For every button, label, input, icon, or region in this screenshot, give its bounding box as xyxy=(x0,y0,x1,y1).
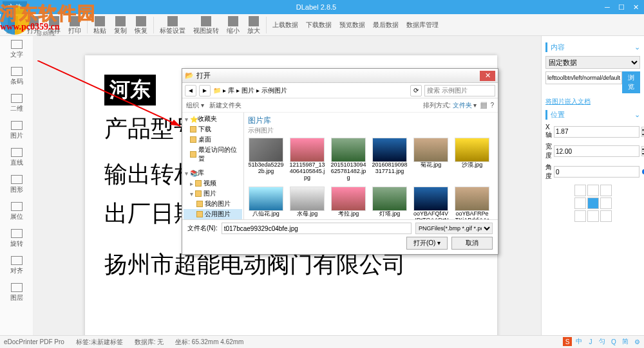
file-thumb xyxy=(331,187,366,211)
rp-w-label: 宽度 xyxy=(545,142,552,160)
tb-next-data[interactable]: 下载数据 xyxy=(302,21,336,30)
fd-filter-select[interactable]: PNGFiles(*.bmp *.gif *.pcx *.t xyxy=(415,223,493,234)
tool-rect[interactable]: 图形 xyxy=(0,171,33,198)
canvas-header-black[interactable]: 河东 xyxy=(104,75,156,105)
file-item[interactable]: 51b3eda52292b.jpg xyxy=(248,138,284,181)
statusbar: eDocPrinter PDF Pro 标签:未新建标签 数据库: 无 坐标: … xyxy=(0,335,644,348)
tool-grid[interactable]: 图层 xyxy=(0,279,33,306)
image-icon xyxy=(11,121,23,130)
file-thumb xyxy=(372,187,407,211)
tree-recent[interactable]: 最近访问的位置 xyxy=(184,145,242,164)
rp-w-spin[interactable]: ▴▾ xyxy=(641,146,644,156)
tb-restore[interactable]: 恢复 xyxy=(131,16,151,34)
rotate-tool-icon xyxy=(11,229,23,238)
rp-path-input[interactable] xyxy=(545,71,622,84)
tb-zoom-in[interactable]: 放大 xyxy=(243,16,264,34)
file-item[interactable]: 菊花.jpg xyxy=(413,138,449,181)
fd-lib-sub: 示例图片 xyxy=(248,126,494,135)
rp-angle-input[interactable] xyxy=(554,166,639,178)
rp-x-input[interactable] xyxy=(554,126,639,138)
fd-arrange-value[interactable]: 文件夹 xyxy=(453,102,472,109)
tb-download-data[interactable]: 预览数据 xyxy=(336,21,369,30)
tray-ime-icon[interactable]: S xyxy=(563,337,572,346)
tool-text[interactable]: 文字 xyxy=(0,36,33,63)
fd-titlebar[interactable]: 📂 打开 ✕ xyxy=(182,69,498,83)
tb-refresh-data[interactable]: 最后数据 xyxy=(369,21,402,30)
rp-angle-slider[interactable] xyxy=(641,167,644,177)
maximize-button[interactable]: ☐ xyxy=(616,2,627,12)
file-name: 八仙花.jpg xyxy=(252,211,279,217)
tool-rotate[interactable]: 旋转 xyxy=(0,225,33,252)
fd-close-button[interactable]: ✕ xyxy=(480,71,495,81)
fd-fwd-button[interactable]: ► xyxy=(199,85,211,96)
file-item[interactable]: 八仙花.jpg xyxy=(248,187,284,219)
rp-position-header[interactable]: 位置⌄ xyxy=(545,110,640,120)
file-item[interactable]: 沙漠.jpg xyxy=(454,138,490,181)
tb-view-rotate[interactable]: 视图旋转 xyxy=(189,16,223,34)
tree-pictures[interactable]: ▾图片 xyxy=(184,188,242,199)
rp-content-header[interactable]: 内容⌄ xyxy=(545,42,640,52)
fd-tree[interactable]: ▾⭐收藏夹 下载 桌面 最近访问的位置 ▾📚库 ▸视频 ▾图片 我的图片 公用图… xyxy=(182,113,244,219)
rp-datasource-select[interactable]: 固定数据 xyxy=(545,56,640,69)
tray-jian-icon[interactable]: 简 xyxy=(621,337,630,346)
file-item[interactable]: 20160819098317711.jpg xyxy=(372,138,408,181)
fd-filename-input[interactable] xyxy=(222,223,412,234)
tray-lang-icon[interactable]: 中 xyxy=(574,337,583,346)
fd-help-btn[interactable]: ? xyxy=(490,102,494,109)
tree-libraries[interactable]: ▾📚库 xyxy=(184,168,242,178)
file-thumb xyxy=(249,138,283,162)
rp-browse-btn[interactable]: 浏览 xyxy=(622,71,640,93)
fd-organize-btn[interactable]: 组织 xyxy=(186,102,199,109)
tree-desktop[interactable]: 桌面 xyxy=(184,134,242,145)
tray-punct-icon[interactable]: 匀 xyxy=(598,337,607,346)
tree-favorites[interactable]: ▾⭐收藏夹 xyxy=(184,114,242,124)
tb-label-setup[interactable]: 标签设置 xyxy=(156,16,189,34)
rp-w-input[interactable] xyxy=(554,145,639,157)
file-item[interactable]: ooYBAFQf4V-IPrTGAADrNxe_gLHoAAfwJ4As5qEk… xyxy=(413,187,449,219)
tool-line[interactable]: 直线 xyxy=(0,144,33,171)
anchor-center[interactable] xyxy=(587,197,599,209)
fd-view-btn[interactable]: ▦ xyxy=(480,102,487,109)
fd-open-button[interactable]: 打开(O) ▾ xyxy=(406,237,448,250)
tb-copy[interactable]: 复制 xyxy=(110,16,131,34)
rp-embed-link[interactable]: 将图片嵌入文档 xyxy=(545,98,591,105)
file-name: 沙漠.jpg xyxy=(462,162,483,169)
minimize-button[interactable]: ─ xyxy=(601,2,613,12)
rp-x-spin[interactable]: ▴▾ xyxy=(641,127,644,137)
fd-filelist[interactable]: 图片库 示例图片 51b3eda52292b.jpg12115987_13406… xyxy=(244,113,498,219)
tree-mypics[interactable]: 我的图片 xyxy=(184,199,242,209)
file-item[interactable]: 12115987_134064105845.jpg xyxy=(289,138,325,181)
fd-cancel-button[interactable]: 取消 xyxy=(451,237,493,250)
tray-q-icon[interactable]: Q xyxy=(609,337,618,346)
file-item[interactable]: 20151013094625781482.jpg xyxy=(330,138,366,181)
file-name: 12115987_134064105845.jpg xyxy=(289,162,325,181)
fd-refresh-button[interactable]: ⟳ xyxy=(410,85,422,96)
tray-gear-icon[interactable]: ⚙ xyxy=(632,337,641,346)
tb-db-manage[interactable]: 数据库管理 xyxy=(402,21,442,30)
fd-footer: 文件名(N): PNGFiles(*.bmp *.gif *.pcx *.t 打… xyxy=(182,219,498,254)
tool-align[interactable]: 对齐 xyxy=(0,252,33,279)
tree-downloads[interactable]: 下载 xyxy=(184,124,242,134)
fd-search-input[interactable] xyxy=(424,85,495,96)
file-name: 菊花.jpg xyxy=(421,162,442,169)
tb-zoom-out[interactable]: 缩小 xyxy=(223,16,243,34)
file-item[interactable]: ooYBAFRPeTKiABddjAAryuBgHH4AsspQDgYCwACa… xyxy=(454,187,490,219)
file-item[interactable]: 灯塔.jpg xyxy=(372,187,408,219)
fd-breadcrumb[interactable]: 📁▸ 库▸ 图片▸ 示例图片 xyxy=(213,86,408,95)
tool-barcode[interactable]: 条码 xyxy=(0,63,33,90)
tree-pubpics[interactable]: 公用图片 xyxy=(184,209,242,219)
file-item[interactable]: 水母.jpg xyxy=(289,187,325,219)
tool-image[interactable]: 图片 xyxy=(0,117,33,144)
tool-ctrl[interactable]: 展位 xyxy=(0,198,33,225)
tool-qrcode[interactable]: 二维 xyxy=(0,90,33,117)
tree-videos[interactable]: ▸视频 xyxy=(184,178,242,188)
status-coord: 坐标: 65.32mm 4.62mm xyxy=(175,338,243,347)
fd-newfolder-btn[interactable]: 新建文件夹 xyxy=(209,102,242,109)
tb-import-data[interactable]: 上载数据 xyxy=(269,21,302,30)
tray-moon-icon[interactable]: J xyxy=(586,337,595,346)
anchor-grid[interactable] xyxy=(574,185,612,222)
file-thumb xyxy=(290,187,325,211)
fd-back-button[interactable]: ◄ xyxy=(185,85,196,96)
file-item[interactable]: 考拉.jpg xyxy=(330,187,366,219)
close-button[interactable]: ✕ xyxy=(630,2,641,12)
